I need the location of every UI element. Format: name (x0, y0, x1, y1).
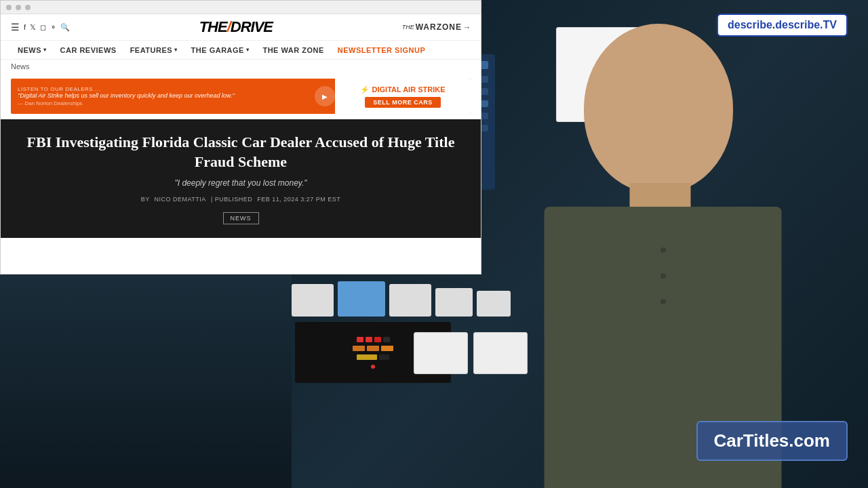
instagram-icon[interactable]: ◻ (40, 23, 46, 32)
nav-item-newsletter[interactable]: NEWSLETTER SIGNUP (331, 41, 433, 59)
bottom-dark-area (0, 274, 292, 488)
published-label: PUBLISHED (215, 196, 253, 203)
nav-news-caret: ▾ (43, 47, 47, 53)
twitter-icon[interactable]: 𝕏 (30, 23, 36, 32)
cartitles-badge: CarTitles.com (696, 421, 848, 461)
nav-item-the-garage[interactable]: THE GARAGE ▾ (184, 41, 256, 59)
site-nav: NEWS ▾ CAR REVIEWS FEATURES ▾ THE GARAGE… (1, 41, 481, 60)
nav-features-caret: ▾ (174, 47, 178, 53)
warzone-the: THE (402, 24, 414, 30)
nav-garage-caret: ▾ (246, 47, 250, 53)
cartitles-text: CarTitles.com (714, 430, 830, 451)
author-name[interactable]: NICO DEMATTIA (155, 196, 206, 203)
by-label: BY (141, 196, 150, 203)
ad-quote: "Digital Air Strike helps us sell our in… (18, 92, 308, 100)
nav-item-news[interactable]: NEWS ▾ (11, 41, 54, 59)
describetv-text: describe.describe.TV (728, 19, 837, 31)
ad-play-button[interactable]: ▶ (315, 86, 335, 106)
ad-banner[interactable]: LISTEN TO OUR DEALERS ... "Digital Air S… (11, 79, 471, 114)
site-logo[interactable]: THE/DRIVE (199, 18, 273, 36)
nav-item-war-zone[interactable]: THE WAR ZONE (256, 41, 330, 59)
header-left: ☰ f 𝕏 ◻ ⚬ 🔍 (11, 22, 70, 33)
browser-minimize-dot[interactable] (16, 5, 21, 10)
article-body: FBI Investigating Florida Classic Car De… (1, 119, 481, 238)
site-header: ☰ f 𝕏 ◻ ⚬ 🔍 THE/DRIVE THE WARZONE → (1, 14, 481, 41)
menu-icon[interactable]: ☰ (11, 22, 20, 33)
das-logo: ⚡ DIGITAL AIR STRIKE (360, 85, 445, 94)
article-panel: ☰ f 𝕏 ◻ ⚬ 🔍 THE/DRIVE THE WARZONE → NEWS… (0, 0, 481, 274)
ad-right-content: ⚡ DIGITAL AIR STRIKE SELL MORE CARS (335, 79, 471, 114)
person-video (434, 0, 868, 488)
warzone-name: WARZONE (416, 22, 462, 32)
rss-icon[interactable]: ⚬ (50, 23, 56, 32)
facebook-icon[interactable]: f (24, 23, 26, 31)
publish-date: FEB 11, 2024 3:27 PM EST (257, 196, 340, 203)
breadcrumb: News (1, 60, 481, 73)
news-tag-wrap: NEWS (11, 211, 471, 224)
warzone-arrow-icon: → (463, 23, 471, 31)
mini-monitor-row (414, 332, 528, 374)
nav-item-features[interactable]: FEATURES ▾ (123, 41, 184, 59)
header-icons: ☰ f 𝕏 ◻ ⚬ 🔍 (11, 22, 70, 33)
search-icon[interactable]: 🔍 (60, 23, 70, 32)
browser-expand-dot[interactable] (25, 5, 31, 10)
nav-item-car-reviews[interactable]: CAR REVIEWS (54, 41, 123, 59)
article-title: FBI Investigating Florida Classic Car De… (11, 133, 471, 171)
article-meta: BY NICO DEMATTIA | PUBLISHED FEB 11, 202… (11, 196, 471, 203)
warzone-header-link[interactable]: THE WARZONE → (402, 22, 471, 32)
person-head (584, 24, 733, 193)
article-news-tag[interactable]: NEWS (223, 212, 259, 224)
ad-sell-button[interactable]: SELL MORE CARS (365, 97, 440, 108)
browser-close-dot[interactable] (6, 5, 12, 10)
ad-left-content: LISTEN TO OUR DEALERS ... "Digital Air S… (11, 82, 315, 110)
ad-listen-label: LISTEN TO OUR DEALERS ... (18, 86, 308, 92)
article-subtitle: "I deeply regret that you lost money." (11, 178, 471, 188)
browser-top-bar (1, 1, 481, 14)
describetv-badge[interactable]: describe.describe.TV (717, 14, 848, 37)
ad-attribution: — Dan Norton Dealerships (18, 100, 308, 106)
monitor-bank-row (292, 281, 511, 317)
